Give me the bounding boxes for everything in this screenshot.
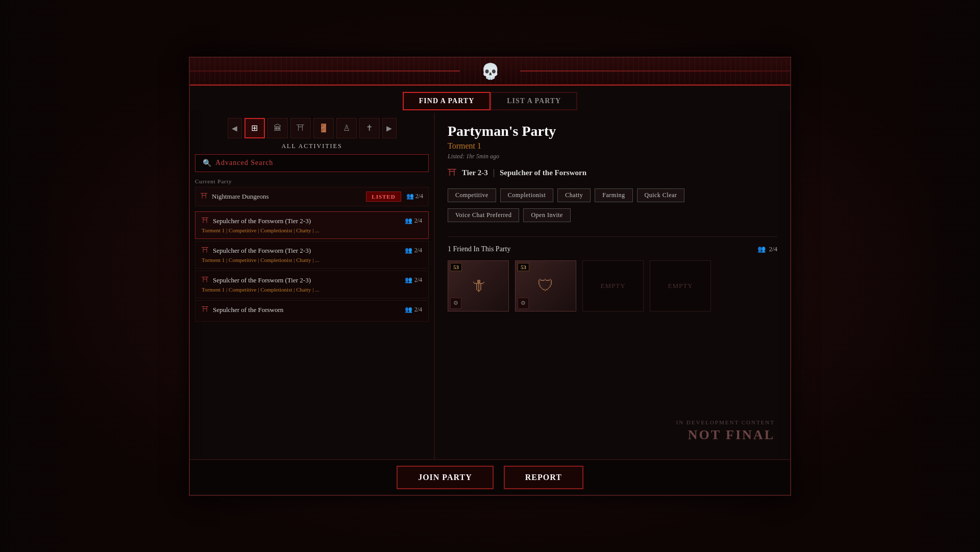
party-item-top-2: ⛩ Sepulcher of the Forsworn (Tier 2-3) 👥… [202, 247, 422, 255]
watermark-final-text: NOT FINAL [676, 427, 775, 443]
item-dungeon-icon-4: ⛩ [202, 306, 209, 314]
party-item-title-4: ⛩ Sepulcher of the Forsworn [202, 306, 283, 314]
current-party-name: Nightmare Dungeons [212, 193, 269, 201]
party-difficulty: Torment 1 [448, 141, 777, 151]
player-slots: 🗡 53 ⚙ 🛡 53 ⚙ EMPTY EMPTY [448, 260, 777, 311]
report-button[interactable]: Report [504, 466, 583, 489]
activity-detail-icon: ⛩ [448, 167, 457, 178]
player-portrait-2: 🛡 53 ⚙ [516, 261, 576, 311]
tab-navigation: FIND A PARTY LIST A PARTY [190, 86, 790, 110]
header-line-left [190, 70, 460, 71]
window-header: 💀 [190, 58, 790, 86]
player-portrait-avatar-1: 🗡 [470, 276, 486, 295]
join-party-button[interactable]: Join Party [397, 466, 494, 489]
friends-label: 1 Friend In This Party [448, 245, 510, 253]
player-portrait-1: 🗡 53 ⚙ [448, 261, 508, 311]
party-list-item[interactable]: ⛩ Sepulcher of the Forsworn 👥 2/4 [195, 300, 429, 322]
activity-icon-dungeon[interactable]: 🏛 [267, 118, 288, 138]
player-slot-2: 🛡 53 ⚙ [515, 260, 576, 311]
activity-nav-next[interactable]: ▶ [382, 118, 397, 138]
party-item-title-2: ⛩ Sepulcher of the Forsworn (Tier 2-3) [202, 247, 311, 255]
party-listed-time: Listed: 1hr 5min ago [448, 153, 777, 160]
watermark-dev-text: IN DEVELOPMENT CONTENT [676, 419, 775, 425]
item-dungeon-icon-2: ⛩ [202, 247, 209, 255]
item-dungeon-icon-1: ⛩ [202, 217, 209, 225]
party-name: Partyman's Party [448, 123, 777, 139]
party-item-title-3: ⛩ Sepulcher of the Forsworn (Tier 2-3) [202, 276, 311, 284]
party-item-tags-2: Torment 1 | Competitive | Completionist … [202, 257, 422, 263]
right-panel: Partyman's Party Torment 1 Listed: 1hr 5… [435, 113, 790, 484]
tab-find-party[interactable]: FIND A PARTY [403, 92, 491, 110]
search-icon: 🔍 [203, 159, 211, 167]
tag-farming: Farming [595, 188, 632, 202]
current-party-info: ⛩ Nightmare Dungeons [201, 193, 269, 201]
activity-icon-arch[interactable]: ⛩ [290, 118, 311, 138]
activity-icons-row: ◀ ⊞ 🏛 ⛩ 🚪 ♙ ✝ ▶ [195, 118, 429, 138]
player-slot-1: 🗡 53 ⚙ [448, 260, 509, 311]
tab-list-party[interactable]: LIST A PARTY [491, 92, 577, 110]
player-class-icon-1: ⚙ [450, 298, 461, 309]
activity-tier-text: Tier 2-3 [462, 169, 488, 177]
listed-badge: LISTED [366, 191, 401, 202]
watermark: IN DEVELOPMENT CONTENT NOT FINAL [676, 419, 775, 443]
party-activity-row: ⛩ Tier 2-3 | Sepulcher of the Forsworn [448, 167, 777, 178]
party-item-top-4: ⛩ Sepulcher of the Forsworn 👥 2/4 [202, 306, 422, 314]
player-portrait-avatar-2: 🛡 [537, 276, 554, 295]
search-bar[interactable]: 🔍 Advanced Search [195, 154, 429, 172]
left-panel: ◀ ⊞ 🏛 ⛩ 🚪 ♙ ✝ ▶ ALL ACTIVITIES 🔍 Advance… [190, 113, 435, 484]
party-item-title-1: ⛩ Sepulcher of the Forsworn (Tier 2-3) [202, 217, 311, 225]
party-item-top-1: ⛩ Sepulcher of the Forsworn (Tier 2-3) 👥… [202, 217, 422, 225]
activity-icon-cross[interactable]: ✝ [359, 118, 380, 138]
activity-icon-grid[interactable]: ⊞ [244, 118, 265, 138]
player-class-icon-2: ⚙ [518, 298, 529, 309]
activity-nav-prev[interactable]: ◀ [228, 118, 242, 138]
tag-quick-clear: Quick Clear [637, 188, 685, 202]
empty-slot-label-2: EMPTY [668, 282, 693, 290]
tag-chatty: Chatty [557, 188, 591, 202]
party-item-tags-3: Torment 1 | Competitive | Completionist … [202, 286, 422, 293]
activity-icon-door[interactable]: 🚪 [313, 118, 334, 138]
tag-completionist: Completionist [500, 188, 554, 202]
tag-competitive: Competitive [448, 188, 496, 202]
party-item-count-1: 👥 2/4 [405, 217, 422, 225]
tags-row-2: Voice Chat Preferred Open Invite [448, 208, 777, 222]
main-window: 💀 FIND A PARTY LIST A PARTY ◀ ⊞ 🏛 ⛩ 🚪 ♙ … [189, 57, 791, 496]
party-list-item[interactable]: ⛩ Sepulcher of the Forsworn (Tier 2-3) 👥… [195, 241, 429, 269]
tag-open-invite: Open Invite [523, 208, 570, 222]
divider-line [448, 236, 777, 237]
friends-header: 1 Friend In This Party 👥 2/4 [448, 245, 777, 253]
empty-slot-label-1: EMPTY [600, 282, 625, 290]
content-area: ◀ ⊞ 🏛 ⛩ 🚪 ♙ ✝ ▶ ALL ACTIVITIES 🔍 Advance… [190, 113, 790, 484]
skull-icon: 💀 [479, 59, 502, 82]
player-level-1: 53 [450, 263, 462, 271]
player-slot-3: EMPTY [582, 260, 644, 311]
player-slot-4: EMPTY [650, 260, 711, 311]
party-list: ⛩ Sepulcher of the Forsworn (Tier 2-3) 👥… [195, 211, 429, 478]
current-party-label: Current Party [195, 178, 429, 184]
current-party-row: ⛩ Nightmare Dungeons LISTED 👥 2/4 [195, 187, 429, 206]
header-line-right [520, 70, 790, 71]
party-count-icon: 👥 [757, 245, 766, 253]
side-decoration-right [909, 0, 980, 552]
party-count-value: 2/4 [769, 245, 777, 253]
current-party-section: Current Party ⛩ Nightmare Dungeons LISTE… [195, 178, 429, 206]
party-list-item[interactable]: ⛩ Sepulcher of the Forsworn (Tier 2-3) 👥… [195, 271, 429, 298]
activity-name-text: Sepulcher of the Forsworn [500, 169, 586, 177]
bottom-bar: Join Party Report [190, 459, 790, 495]
tag-voice-chat: Voice Chat Preferred [448, 208, 519, 222]
activity-icon-statue[interactable]: ♙ [336, 118, 357, 138]
current-party-count: 👥 2/4 [406, 193, 423, 200]
friends-count: 👥 2/4 [757, 245, 777, 253]
party-item-count-4: 👥 2/4 [405, 306, 422, 314]
item-dungeon-icon-3: ⛩ [202, 276, 209, 284]
side-decoration-left [0, 0, 71, 552]
party-item-count-2: 👥 2/4 [405, 247, 422, 254]
all-activities-label: ALL ACTIVITIES [195, 142, 429, 150]
current-party-dungeon-icon: ⛩ [201, 193, 208, 201]
current-party-status: LISTED 👥 2/4 [366, 191, 423, 202]
tags-row-1: Competitive Completionist Chatty Farming… [448, 188, 777, 202]
player-level-2: 53 [518, 263, 529, 271]
party-item-tags-1: Torment 1 | Competitive | Completionist … [202, 227, 422, 233]
party-item-count-3: 👥 2/4 [405, 276, 422, 284]
party-list-item[interactable]: ⛩ Sepulcher of the Forsworn (Tier 2-3) 👥… [195, 211, 429, 239]
